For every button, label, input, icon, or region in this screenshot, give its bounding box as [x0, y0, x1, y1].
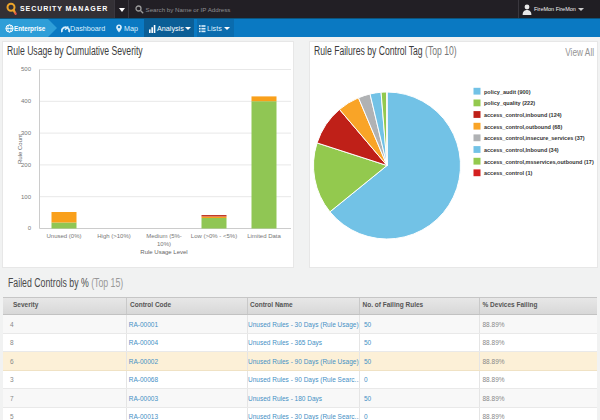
svg-text:Limited Data: Limited Data [247, 233, 281, 239]
svg-text:Low (>0% - <5%): Low (>0% - <5%) [191, 233, 237, 239]
svg-text:500: 500 [21, 66, 32, 72]
svg-text:Unused (0%): Unused (0%) [46, 233, 81, 239]
svg-text:400: 400 [21, 98, 32, 104]
svg-text:access_control,inbound (124): access_control,inbound (124) [484, 112, 562, 118]
svg-text:100: 100 [21, 194, 32, 200]
svg-text:0: 0 [28, 225, 32, 231]
svg-text:access_control,msservices,outb: access_control,msservices,outbound (17) [484, 159, 594, 165]
svg-text:10%): 10%) [157, 241, 171, 247]
svg-text:policy_audit (900): policy_audit (900) [484, 89, 531, 95]
svg-text:Rule Count: Rule Count [17, 134, 23, 164]
svg-text:access_control (1): access_control (1) [484, 170, 532, 176]
svg-text:access_control,outbound (68): access_control,outbound (68) [484, 124, 562, 130]
svg-text:access_control,insecure_servic: access_control,insecure_services (37) [484, 135, 585, 141]
svg-text:High (>10%): High (>10%) [97, 233, 131, 239]
svg-text:policy_quality (222): policy_quality (222) [484, 100, 535, 106]
svg-text:access_control,Inbound (34): access_control,Inbound (34) [484, 147, 559, 153]
svg-text:Medium (5%-: Medium (5%- [146, 233, 182, 239]
svg-text:Rule Usage Level: Rule Usage Level [140, 249, 187, 255]
